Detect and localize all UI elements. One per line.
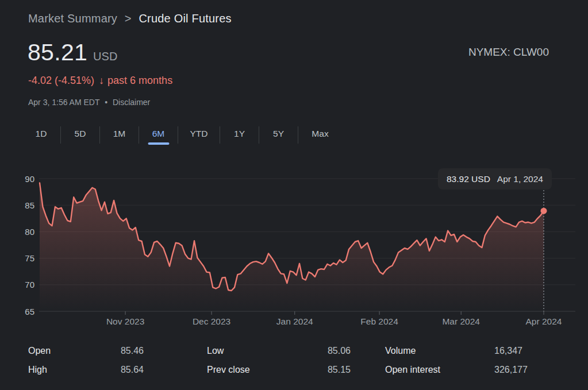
x-axis-label: Feb 2024	[360, 316, 398, 326]
current-price: 85.21	[28, 39, 87, 66]
time-range-tabs: 1D 5D 1M 6M YTD 1Y 5Y Max	[22, 125, 342, 145]
tab-label: 1Y	[234, 129, 245, 138]
stat-label-high: High	[28, 365, 47, 375]
exchange-symbol: NYMEX: CLW00	[468, 46, 549, 59]
arrow-down-icon: ↓	[99, 75, 104, 87]
disclaimer-link[interactable]: Disclaimer	[113, 98, 150, 107]
stat-label-open-interest: Open interest	[385, 365, 440, 375]
meta-separator: •	[105, 98, 107, 107]
stat-value-volume: 16,347	[494, 346, 522, 356]
tab-label: 1M	[113, 129, 126, 138]
stat-label-volume: Volume	[385, 346, 416, 356]
stat-value-high: 85.64	[80, 365, 144, 375]
last-point-marker	[541, 208, 547, 214]
y-axis-label: 65	[25, 307, 34, 316]
tooltip-price: 83.92 USD	[447, 174, 490, 184]
stat-value-low: 85.06	[287, 346, 351, 356]
page-title: Crude Oil Futures	[139, 12, 231, 25]
breadcrumb: Market Summary > Crude Oil Futures	[28, 12, 232, 25]
breadcrumb-separator: >	[125, 12, 132, 25]
change-amount: -4.02 (-4.51%)	[28, 75, 94, 87]
tab-1d[interactable]: 1D	[22, 125, 60, 145]
x-axis-label: Apr 2024	[526, 316, 562, 326]
stat-label-prev-close: Prev close	[207, 365, 250, 375]
tab-label: 5D	[75, 129, 86, 138]
tab-label: YTD	[190, 129, 208, 138]
selected-tab-underline	[148, 142, 169, 145]
tab-6m[interactable]: 6M	[139, 125, 178, 145]
tab-ytd[interactable]: YTD	[178, 125, 220, 145]
y-axis-label: 75	[25, 253, 34, 263]
stat-value-open: 85.46	[80, 346, 144, 356]
y-axis-label: 80	[25, 227, 34, 237]
tab-5y[interactable]: 5Y	[259, 125, 298, 145]
y-axis-label: 90	[25, 174, 34, 184]
currency-label: USD	[93, 50, 117, 63]
tab-label: 5Y	[273, 129, 284, 138]
stat-value-prev-close: 85.15	[287, 365, 351, 375]
series-area-fill	[40, 183, 544, 311]
tab-5d[interactable]: 5D	[61, 125, 99, 145]
y-axis-label: 85	[25, 200, 34, 210]
tooltip-date: Apr 1, 2024	[497, 174, 543, 184]
chart-tooltip: 83.92 USD Apr 1, 2024	[438, 168, 552, 190]
tab-1m[interactable]: 1M	[100, 125, 139, 145]
breadcrumb-market-summary-link[interactable]: Market Summary	[28, 12, 117, 25]
price-row: 85.21 USD	[28, 39, 117, 66]
tab-max[interactable]: Max	[298, 125, 342, 145]
tab-1y[interactable]: 1Y	[220, 125, 259, 145]
change-period: past 6 months	[107, 75, 172, 87]
price-change-row: -4.02 (-4.51%) ↓ past 6 months	[28, 75, 172, 87]
tab-label: 1D	[36, 129, 47, 138]
stat-label-low: Low	[207, 346, 224, 356]
tab-label: 6M	[152, 129, 165, 138]
y-axis-label: 70	[25, 280, 34, 289]
timestamp-row: Apr 3, 1:56 AM EDT • Disclaimer	[28, 98, 150, 107]
x-axis-label: Mar 2024	[442, 316, 480, 326]
x-axis-label: Dec 2023	[193, 316, 230, 326]
google-finance-page: Market Summary > Crude Oil Futures 85.21…	[0, 0, 588, 390]
tab-label: Max	[312, 129, 328, 138]
stat-value-open-interest: 326,177	[494, 365, 528, 375]
x-axis-label: Jan 2024	[276, 316, 313, 326]
stat-label-open: Open	[28, 346, 51, 356]
x-axis-label: Nov 2023	[106, 316, 144, 326]
quote-timestamp: Apr 3, 1:56 AM EDT	[28, 98, 99, 107]
